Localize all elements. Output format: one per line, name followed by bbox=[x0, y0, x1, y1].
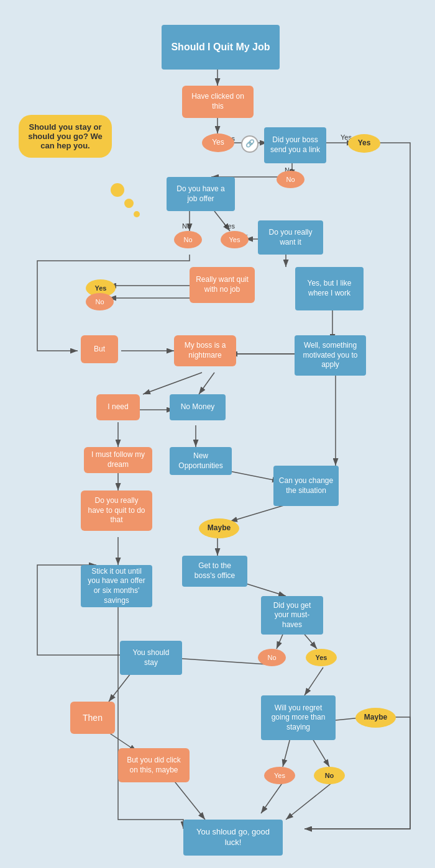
stick-it-node: Stick it out until you have an offer or … bbox=[81, 565, 152, 607]
yes2-node: Yes bbox=[348, 134, 380, 153]
job-offer-node: Do you have a job offer bbox=[167, 177, 235, 211]
have-clicked-node: Have clicked on this bbox=[182, 86, 254, 118]
must-follow-node: I must follow my dream bbox=[84, 447, 152, 473]
but-did-node: But you did click on this, maybe bbox=[118, 748, 190, 782]
svg-line-36 bbox=[261, 782, 283, 813]
will-regret-node: Will you regret going more than staying bbox=[261, 695, 336, 740]
svg-line-30 bbox=[304, 667, 323, 695]
really-want-quit-node: Really want quit with no job bbox=[190, 267, 255, 303]
yes3-node: Yes bbox=[221, 231, 249, 248]
yes1-node: Yes bbox=[202, 133, 234, 152]
svg-line-17 bbox=[199, 373, 214, 394]
title-node: Should I Quit My Job bbox=[162, 25, 280, 70]
get-office-node: Get to the boss's office bbox=[182, 556, 247, 587]
svg-line-37 bbox=[286, 782, 332, 820]
yes-but-node: Yes, but I like where I work bbox=[295, 267, 364, 310]
no-money-node: No Money bbox=[170, 394, 226, 420]
yes6-node: Yes bbox=[264, 767, 295, 784]
really-quit-node: Do you really have to quit to do that bbox=[81, 491, 152, 531]
svg-line-35 bbox=[311, 736, 329, 767]
did-get-node: Did you get your must-haves bbox=[261, 596, 323, 635]
well-something-node: Well, something motivated you to apply bbox=[295, 335, 366, 376]
svg-line-8 bbox=[214, 211, 230, 231]
flowchart: Yes Yes No No Yes ← Should you stay or s… bbox=[0, 0, 435, 868]
did-boss-node: Did your boss send you a link bbox=[264, 127, 326, 163]
but-node: But bbox=[81, 335, 118, 363]
go-good-luck-node: You shloud go, good luck! bbox=[183, 820, 283, 856]
no-boss-node: No bbox=[277, 171, 304, 188]
no1-node: No bbox=[174, 231, 202, 248]
no5-node: No bbox=[314, 767, 345, 784]
yes5-node: Yes bbox=[306, 649, 337, 666]
svg-text:No: No bbox=[182, 222, 191, 230]
then-node: Then bbox=[70, 702, 115, 734]
thought-bubble: Should you stay or should you go? We can… bbox=[19, 115, 112, 158]
no4-node: No bbox=[258, 649, 286, 666]
link-icon: 🔗 bbox=[241, 135, 259, 153]
svg-line-16 bbox=[143, 373, 202, 394]
svg-line-34 bbox=[283, 736, 291, 767]
svg-text:Yes: Yes bbox=[224, 222, 235, 230]
i-need-node: I need bbox=[96, 394, 140, 420]
really-want-node: Do you really want it bbox=[258, 220, 323, 255]
maybe1-node: Maybe bbox=[199, 518, 239, 538]
svg-line-31 bbox=[109, 674, 130, 702]
can-change-node: Can you change the situation bbox=[273, 466, 339, 506]
you-should-stay-node: You should stay bbox=[120, 641, 182, 675]
svg-line-29 bbox=[174, 658, 267, 664]
boss-nightmare-node: My boss is a nightmare bbox=[174, 335, 236, 366]
maybe2-node: Maybe bbox=[355, 708, 396, 728]
no3-node: No bbox=[86, 293, 114, 310]
new-opps-node: New Opportunities bbox=[170, 447, 232, 475]
